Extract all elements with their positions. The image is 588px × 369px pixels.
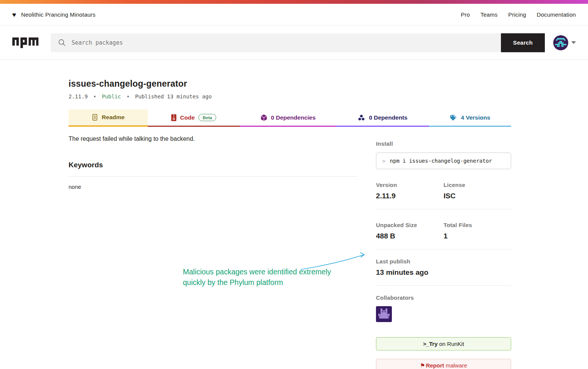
org-name[interactable]: Neolithic Prancing Minotaurs <box>21 11 96 18</box>
nav-link-pro[interactable]: Pro <box>461 11 470 18</box>
sidebar-divider <box>376 209 511 209</box>
npm-logo[interactable] <box>12 37 39 48</box>
stat-last-publish: Last publish 13 minutes ago <box>376 258 511 277</box>
search-button[interactable]: Search <box>501 33 545 52</box>
stat-label: Unpacked Size <box>376 222 444 228</box>
package-version: 2.11.9 <box>69 93 88 100</box>
install-command-box[interactable]: > npm i issues-changelog-generator <box>376 153 511 169</box>
package-title: issues-changelog-generator <box>69 79 511 89</box>
tab-label: 4 Versions <box>461 114 490 121</box>
stat-value: 2.11.9 <box>376 192 444 200</box>
stat-value: 488 B <box>376 232 444 240</box>
install-command: npm i issues-changelog-generator <box>390 158 492 164</box>
npm-logo-icon <box>12 37 39 48</box>
install-label: Install <box>376 140 511 147</box>
meta-separator: • <box>126 93 129 100</box>
stat-license: License ISC <box>444 182 512 200</box>
nav-link-documentation[interactable]: Documentation <box>537 11 576 18</box>
stat-label: License <box>444 182 512 188</box>
runkit-label-rest: on RunKit <box>438 341 464 347</box>
report-malware-button[interactable]: ⚑Report malware <box>376 359 511 369</box>
tab-label: 0 Dependencies <box>271 114 316 121</box>
account-menu <box>553 35 576 50</box>
collaborators-label: Collaborators <box>376 294 511 301</box>
package-meta: 2.11.9 • Public • Published 13 minutes a… <box>69 93 511 100</box>
flag-icon: ⚑ <box>420 362 425 369</box>
report-label-bold: Report <box>426 362 444 369</box>
package-tabs: Readme Code Beta 0 Dependencies <box>69 109 511 127</box>
runkit-label-bold: Try <box>429 341 438 347</box>
file-zip-icon <box>171 114 176 121</box>
search-icon <box>58 39 66 47</box>
tab-versions[interactable]: 4 Versions <box>429 109 511 127</box>
search-box <box>51 33 501 52</box>
runkit-prompt-icon: >_ <box>423 341 429 347</box>
nav-link-teams[interactable]: Teams <box>480 11 498 18</box>
search-form: Search <box>51 33 545 52</box>
last-publish-label: Last publish <box>376 258 511 265</box>
package-sidebar: Install > npm i issues-changelog-generat… <box>376 127 511 369</box>
heart-icon[interactable]: ♥ <box>12 11 16 18</box>
stat-label: Version <box>376 182 444 188</box>
nav-link-pricing[interactable]: Pricing <box>508 11 526 18</box>
tab-label: Readme <box>102 114 125 121</box>
last-publish-row: Last publish 13 minutes ago <box>376 258 511 277</box>
try-on-runkit-button[interactable]: >_Try on RunKit <box>376 337 511 350</box>
stat-version: Version 2.11.9 <box>376 182 444 200</box>
tab-dependencies[interactable]: 0 Dependencies <box>240 109 337 127</box>
top-gradient-strip <box>0 0 588 4</box>
user-avatar[interactable] <box>553 35 568 50</box>
collaborator-avatar[interactable] <box>376 306 392 322</box>
tab-label: Code <box>180 114 195 121</box>
readme-panel: The request failed while talking to the … <box>69 127 358 190</box>
content-row: The request failed while talking to the … <box>69 127 511 369</box>
caret-down-icon[interactable] <box>571 41 576 44</box>
stats-row-size-files: Unpacked Size 488 B Total Files 1 <box>376 222 511 240</box>
search-input[interactable] <box>72 39 494 46</box>
tab-label: 0 Dependents <box>369 114 407 121</box>
meta-separator: • <box>93 93 96 100</box>
top-header: ♥ Neolithic Prancing Minotaurs Pro Teams… <box>0 4 588 26</box>
beta-badge: Beta <box>198 114 216 121</box>
tags-icon <box>450 114 457 121</box>
top-nav: Pro Teams Pricing Documentation <box>461 11 576 18</box>
package-published: Published 13 minutes ago <box>135 93 212 100</box>
stat-label: Total Files <box>444 222 512 228</box>
annotation-line: quickly by the Phylum platform <box>183 277 361 288</box>
search-header: Search <box>0 26 588 60</box>
annotation-arrow-icon <box>298 251 370 272</box>
sidebar-divider <box>376 285 511 286</box>
report-label-rest: malware <box>444 362 467 369</box>
stats-row-version-license: Version 2.11.9 License ISC <box>376 182 511 200</box>
file-text-icon <box>92 114 98 121</box>
stat-value: 1 <box>444 232 512 240</box>
prompt-icon: > <box>382 158 385 164</box>
package-visibility: Public <box>102 93 121 100</box>
backend-error-message: The request failed while talking to the … <box>69 135 358 142</box>
stat-value: ISC <box>444 192 512 200</box>
package-page: issues-changelog-generator 2.11.9 • Publ… <box>69 79 511 369</box>
keywords-value: none <box>69 184 358 190</box>
keywords-divider <box>69 176 358 177</box>
cube-icon <box>260 114 267 121</box>
cubes-icon <box>358 114 365 121</box>
tab-readme[interactable]: Readme <box>69 109 148 127</box>
keywords-heading: Keywords <box>69 161 358 169</box>
tab-code[interactable]: Code Beta <box>148 109 240 127</box>
last-publish-value: 13 minutes ago <box>376 268 511 277</box>
sidebar-divider <box>376 249 511 249</box>
stat-total-files: Total Files 1 <box>444 222 512 240</box>
tab-dependents[interactable]: 0 Dependents <box>336 109 429 127</box>
stat-unpacked-size: Unpacked Size 488 B <box>376 222 444 240</box>
